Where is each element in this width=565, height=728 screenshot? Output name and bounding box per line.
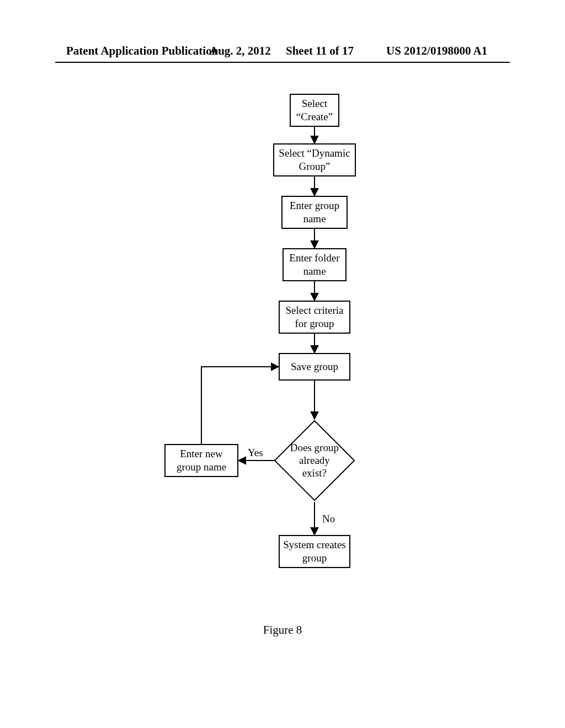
flow-decision-text: Does group already exist? — [287, 442, 342, 479]
header-rule — [55, 62, 510, 63]
flow-step-select-criteria: Select criteria for group — [279, 301, 350, 334]
header-publication-label: Patent Application Publication — [66, 44, 218, 58]
flow-step-select-dynamic: Select “Dynamic Group” — [273, 143, 356, 176]
header-sheet: Sheet 11 of 17 — [286, 44, 354, 58]
flow-step-enter-group-name: Enter group name — [281, 196, 348, 229]
flow-step-save-group: Save group — [279, 353, 350, 381]
flow-step-select-create: Select “Create” — [290, 94, 339, 127]
flow-label-no: No — [322, 513, 335, 525]
flowchart: Select “Create” Select “Dynamic Group” E… — [0, 94, 565, 618]
flow-step-enter-new-name: Enter new group name — [164, 444, 238, 477]
figure-caption: Figure 8 — [0, 623, 565, 637]
flow-label-yes: Yes — [248, 447, 263, 459]
patent-page: Patent Application Publication Aug. 2, 2… — [0, 0, 565, 728]
header-pubno: US 2012/0198000 A1 — [386, 44, 487, 58]
header-date: Aug. 2, 2012 — [210, 44, 271, 58]
flow-step-enter-folder: Enter folder name — [282, 248, 347, 281]
flow-step-system-creates: System creates group — [279, 535, 350, 568]
